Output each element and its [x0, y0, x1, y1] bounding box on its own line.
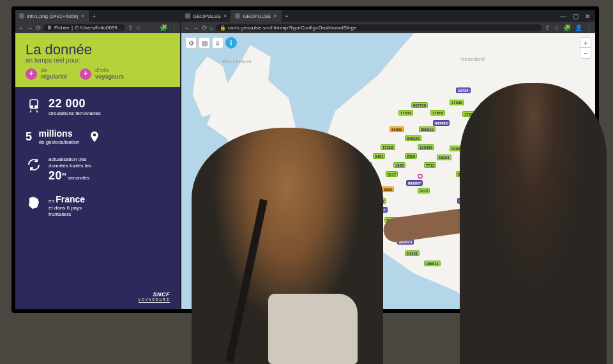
- settings-button[interactable]: ⚙: [185, 37, 197, 49]
- stat3-value: 20: [49, 169, 62, 182]
- stat1-label: circulations férroviaires: [49, 110, 101, 117]
- layers-button[interactable]: ▤: [199, 37, 210, 49]
- bag: [268, 294, 358, 364]
- svg-point-2: [35, 105, 37, 107]
- train-tag[interactable]: 96805: [390, 126, 404, 132]
- reload-icon[interactable]: ⟳: [36, 24, 41, 31]
- headline-panel: La donnée en temps réel pour: + derégula…: [15, 33, 180, 87]
- sncf-logo: SNCF VOYAGEURS: [139, 291, 170, 303]
- subhead: en temps réel pour:: [26, 57, 170, 64]
- svg-point-1: [31, 105, 33, 107]
- left-addressbar: ← → ⟳ 🗎 Fichier | C:/Users/fmto0059... ⇪…: [15, 22, 180, 33]
- home-icon[interactable]: ⌂: [209, 24, 213, 31]
- url-field[interactable]: 🗎 Fichier | C:/Users/fmto0059...: [43, 24, 125, 31]
- forward-icon[interactable]: →: [193, 24, 199, 31]
- plus2-bottom: voyageurs: [95, 73, 124, 80]
- train-tag[interactable]: 1928: [393, 162, 405, 168]
- train-tag[interactable]: 8865: [382, 186, 394, 192]
- url-text: carto.geopulse.sncf.fr/map?typeConfig=Da…: [228, 25, 356, 31]
- train-tag[interactable]: 17218: [381, 144, 395, 150]
- stat2-label: de géolocalisation: [39, 139, 80, 146]
- tab-title: info1.png (2481×4369): [27, 13, 79, 19]
- train-tag[interactable]: 847435: [433, 120, 450, 126]
- train-tag[interactable]: 3412: [418, 188, 430, 193]
- zoom-in-button[interactable]: +: [580, 38, 591, 48]
- left-page: La donnée en temps réel pour: + derégula…: [15, 33, 180, 309]
- train-tag[interactable]: 867739: [411, 102, 428, 108]
- left-titlebar: info1.png (2481×4369) × +: [15, 10, 180, 22]
- filter-button[interactable]: ≡: [212, 37, 223, 49]
- train-tag[interactable]: 123456: [418, 144, 434, 150]
- train-tag[interactable]: 6117: [386, 171, 398, 177]
- extensions-icon[interactable]: 🧩: [160, 24, 167, 31]
- zoom-out-button[interactable]: −: [580, 48, 591, 58]
- france-icon: [26, 194, 42, 211]
- right-titlebar: GEOPULSE × GEOPULSE × + — ▢ ✕: [181, 10, 595, 22]
- train-tag[interactable]: 186011: [424, 261, 441, 266]
- refresh-icon: [26, 156, 42, 173]
- stat4-sub2: frontaliers: [49, 211, 85, 218]
- train-tag[interactable]: 5401: [373, 153, 385, 159]
- train-tag[interactable]: 17818: [430, 110, 445, 116]
- url-scheme: Fichier: [54, 25, 70, 31]
- info-button[interactable]: i: [225, 37, 237, 49]
- train-tag[interactable]: 891907: [406, 180, 423, 186]
- tab-image-file[interactable]: info1.png (2481×4369) ×: [15, 10, 89, 22]
- close-tab-icon[interactable]: ×: [81, 13, 84, 19]
- tab-title: GEOPULSE: [243, 13, 271, 19]
- train-tag[interactable]: 14143: [405, 250, 420, 256]
- tab-geopulse-2[interactable]: GEOPULSE ×: [231, 10, 281, 22]
- menu-icon[interactable]: ⋮: [586, 24, 593, 31]
- close-window-button[interactable]: ✕: [585, 13, 590, 20]
- tab-geopulse-1[interactable]: GEOPULSE ×: [181, 10, 231, 22]
- right-addressbar: ← → ⟳ ⌂ 🔒 carto.geopulse.sncf.fr/map?typ…: [181, 22, 595, 33]
- train-tag[interactable]: 2356: [405, 153, 417, 159]
- new-tab-button[interactable]: +: [89, 10, 100, 22]
- map-toolbar: ⚙ ▤ ≡ i: [185, 37, 237, 49]
- plus-icon: +: [26, 68, 37, 80]
- stat4-big: France: [56, 194, 85, 204]
- stats-panel: 22 000 circulations férroviaires 5 milli…: [15, 87, 180, 309]
- menu-icon[interactable]: ⋮: [171, 24, 178, 31]
- window-controls: — ▢ ✕: [560, 13, 595, 20]
- back-icon[interactable]: ←: [18, 24, 24, 31]
- train-tag[interactable]: 18204: [437, 155, 451, 160]
- stat1-value: 22 000: [49, 97, 101, 111]
- train-tag[interactable]: 849226: [405, 135, 421, 141]
- headline: La donnée: [26, 42, 170, 57]
- reload-icon[interactable]: ⟳: [202, 24, 207, 31]
- train-tag[interactable]: 19734: [456, 87, 471, 93]
- stat-circulations: 22 000 circulations férroviaires: [26, 97, 170, 117]
- minimize-button[interactable]: —: [560, 13, 566, 20]
- zoom-control: + −: [580, 37, 591, 59]
- pin-icon: [86, 128, 103, 145]
- stat4-pre: en: [49, 198, 54, 204]
- stat3-quote: '': [62, 171, 66, 181]
- train-tag[interactable]: 17538: [450, 100, 464, 105]
- share-icon[interactable]: ⇪: [545, 24, 550, 31]
- share-icon[interactable]: ⇪: [128, 24, 133, 31]
- left-window: info1.png (2481×4369) × + ← → ⟳ 🗎 Fichie…: [15, 10, 180, 309]
- close-tab-icon[interactable]: ×: [273, 13, 276, 19]
- star-icon[interactable]: ☆: [554, 24, 559, 31]
- train-tag[interactable]: 859519: [419, 126, 435, 132]
- forward-icon[interactable]: →: [27, 24, 33, 31]
- image-favicon: [19, 13, 24, 19]
- url-field[interactable]: 🔒 carto.geopulse.sncf.fr/map?typeConfig=…: [216, 24, 542, 31]
- maximize-button[interactable]: ▢: [573, 13, 579, 20]
- train-tag[interactable]: 17534: [398, 110, 413, 116]
- train-icon: [26, 97, 42, 114]
- url-text: C:/Users/fmto0059...: [75, 25, 121, 31]
- brand: SNCF: [153, 291, 170, 298]
- close-tab-icon[interactable]: ×: [223, 13, 227, 19]
- star-icon[interactable]: ☆: [135, 24, 141, 31]
- extensions-icon[interactable]: 🧩: [563, 24, 571, 31]
- new-tab-button[interactable]: +: [282, 10, 292, 22]
- lock-icon: 🔒: [220, 25, 226, 31]
- back-icon[interactable]: ←: [184, 24, 190, 31]
- train-tag[interactable]: 7712: [424, 162, 436, 168]
- profile-icon[interactable]: 👤: [575, 24, 582, 31]
- stat2-value: 5: [26, 130, 33, 144]
- brand-sub: VOYAGEURS: [139, 298, 170, 301]
- alert-dot[interactable]: [418, 174, 423, 179]
